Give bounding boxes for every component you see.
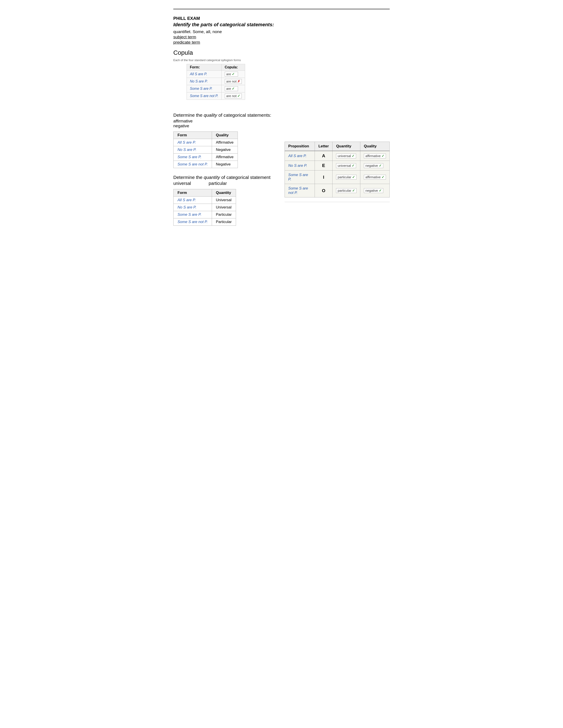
proposition-right-col: Proposition Letter Quantity Quality All … <box>285 142 390 204</box>
table-row: No S are P. E universal✓ negative✓ <box>285 161 390 171</box>
prop-qual-3: affirmative✓ <box>360 171 390 184</box>
copula-val-1: are✓ <box>221 71 245 78</box>
copula-note: Each of the four standard categorical sy… <box>173 58 390 62</box>
copula-form-4: Some S are not P. <box>187 92 222 100</box>
table-row: Some S are not P. Negative <box>173 161 238 168</box>
quantity-universal: universal <box>173 181 191 186</box>
bullet-subject: subject term <box>173 35 390 39</box>
page-title: PHILL EXAM <box>173 16 390 21</box>
copula-val-3: are✓ <box>221 85 245 92</box>
prop-qual-4: negative✓ <box>360 184 390 197</box>
prop-col-quality: Quality <box>360 142 390 151</box>
table-row: Some S are not P. Particular <box>173 218 236 226</box>
qty-form-1: All S are P. <box>173 197 212 204</box>
copula-box-4: are not✓ <box>225 94 242 98</box>
qty-form-2: No S are P. <box>173 204 212 211</box>
prop-qual-1: affirmative✓ <box>360 151 390 161</box>
table-row: Some S are P. I particular✓ affirmative✓ <box>285 171 390 184</box>
prop-col-letter: Letter <box>315 142 333 151</box>
bullet-predicate: predicate term <box>173 40 390 45</box>
quantity-table: Form Quantity All S are P. Universal No … <box>173 189 236 226</box>
qty-val-2: Universal <box>212 204 236 211</box>
quality-table: Form Quality All S are P. Affirmative No… <box>173 131 238 168</box>
qty-col-quantity: Quantity <box>212 189 236 197</box>
copula-form-2: No S are P. <box>187 78 222 85</box>
quality-val-1: Affirmative <box>212 139 237 146</box>
copula-col-form: Form: <box>187 64 222 71</box>
prop-qty-1: universal✓ <box>333 151 360 161</box>
copula-col-copula: Copula: <box>221 64 245 71</box>
quality-form-4: Some S are not P. <box>173 161 212 168</box>
table-row: Some S are P. Affirmative <box>173 154 238 161</box>
prop-form-1: All S are P. <box>285 151 315 161</box>
prop-form-3: Some S are P. <box>285 171 315 184</box>
copula-table: Form: Copula: All S are P. are✓ No S are… <box>186 64 245 100</box>
quality-heading: Determine the quality of categorical sta… <box>173 113 271 118</box>
prop-qty-2: universal✓ <box>333 161 360 171</box>
prop-letter-1: A <box>315 151 333 161</box>
bullet-quantifier: quantifiet. Some, all, none <box>173 29 390 34</box>
quality-val-4: Negative <box>212 161 237 168</box>
quality-affirmative: affirmative <box>173 119 271 124</box>
quantity-heading: Determine the quantity of categorical st… <box>173 175 271 180</box>
qty-col-form: Form <box>173 189 212 197</box>
copula-box-2: are not✗ <box>225 79 242 84</box>
quality-quantity-section: Determine the quality of categorical sta… <box>173 106 390 230</box>
prop-qty-3: particular✓ <box>333 171 360 184</box>
top-divider <box>173 9 390 9</box>
check-icon-3: ✓ <box>232 87 235 90</box>
qty-val-1: Universal <box>212 197 236 204</box>
qty-val-4: Particular <box>212 218 236 226</box>
table-row: All S are P. Universal <box>173 197 236 204</box>
copula-box-1: are✓ <box>225 72 238 77</box>
qty-form-4: Some S are not P. <box>173 218 212 226</box>
table-row: Some S are not P. O particular✓ negative… <box>285 184 390 197</box>
copula-val-2: are not✗ <box>221 78 245 85</box>
quality-form-2: No S are P. <box>173 146 212 154</box>
table-row: No S are P. Negative <box>173 146 238 154</box>
page-subtitle: Identify the parts of categorical statem… <box>173 22 390 28</box>
prop-col-quantity: Quantity <box>333 142 360 151</box>
copula-form-1: All S are P. <box>187 71 222 78</box>
table-row: All S are P. Affirmative <box>173 139 238 146</box>
cross-icon-2: ✗ <box>237 79 240 83</box>
check-icon-1: ✓ <box>232 72 235 76</box>
prop-form-2: No S are P. <box>285 161 315 171</box>
quality-val-3: Affirmative <box>212 154 237 161</box>
copula-box-3: are✓ <box>225 86 238 91</box>
table-row: Some S are P. are✓ <box>187 85 245 92</box>
parts-list: quantifiet. Some, all, none subject term… <box>173 29 390 45</box>
quality-form-3: Some S are P. <box>173 154 212 161</box>
quality-negative: negative <box>173 124 271 128</box>
qty-val-3: Particular <box>212 211 236 218</box>
quantity-particular: particular <box>209 181 227 186</box>
quality-form-1: All S are P. <box>173 139 212 146</box>
proposition-table: Proposition Letter Quantity Quality All … <box>285 142 390 197</box>
copula-val-4: are not✓ <box>221 92 245 100</box>
copula-heading: Copula <box>173 49 390 56</box>
prop-col-proposition: Proposition <box>285 142 315 151</box>
quality-col-form: Form <box>173 132 212 139</box>
prop-letter-3: I <box>315 171 333 184</box>
table-row: All S are P. A universal✓ affirmative✓ <box>285 151 390 161</box>
prop-letter-2: E <box>315 161 333 171</box>
prop-qty-4: particular✓ <box>333 184 360 197</box>
qty-form-3: Some S are P. <box>173 211 212 218</box>
quality-left-col: Determine the quality of categorical sta… <box>173 106 271 230</box>
quality-col-quality: Quality <box>212 132 237 139</box>
table-row: Some S are not P. are not✓ <box>187 92 245 100</box>
table-row: No S are P. are not✗ <box>187 78 245 85</box>
prop-letter-4: O <box>315 184 333 197</box>
quantity-subline: universal particular <box>173 181 271 186</box>
table-row: No S are P. Universal <box>173 204 236 211</box>
table-row: All S are P. are✓ <box>187 71 245 78</box>
table-row: Some S are P. Particular <box>173 211 236 218</box>
quality-val-2: Negative <box>212 146 237 154</box>
copula-form-3: Some S are P. <box>187 85 222 92</box>
check-icon-4: ✓ <box>237 94 240 98</box>
prop-form-4: Some S are not P. <box>285 184 315 197</box>
prop-qual-2: negative✓ <box>360 161 390 171</box>
